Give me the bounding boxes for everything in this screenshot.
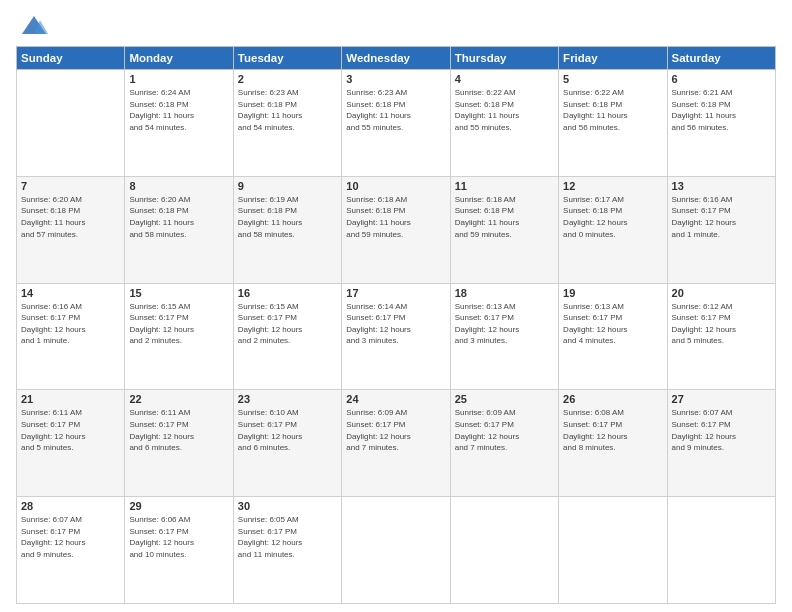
calendar-cell: 27Sunrise: 6:07 AM Sunset: 6:17 PM Dayli… <box>667 390 775 497</box>
day-info: Sunrise: 6:18 AM Sunset: 6:18 PM Dayligh… <box>455 194 554 240</box>
calendar-cell: 3Sunrise: 6:23 AM Sunset: 6:18 PM Daylig… <box>342 70 450 177</box>
calendar-cell: 17Sunrise: 6:14 AM Sunset: 6:17 PM Dayli… <box>342 283 450 390</box>
calendar-week-row: 1Sunrise: 6:24 AM Sunset: 6:18 PM Daylig… <box>17 70 776 177</box>
calendar-cell: 2Sunrise: 6:23 AM Sunset: 6:18 PM Daylig… <box>233 70 341 177</box>
calendar-cell: 15Sunrise: 6:15 AM Sunset: 6:17 PM Dayli… <box>125 283 233 390</box>
day-number: 21 <box>21 393 120 405</box>
weekday-header: Thursday <box>450 47 558 70</box>
day-info: Sunrise: 6:16 AM Sunset: 6:17 PM Dayligh… <box>672 194 771 240</box>
calendar-week-row: 14Sunrise: 6:16 AM Sunset: 6:17 PM Dayli… <box>17 283 776 390</box>
day-info: Sunrise: 6:14 AM Sunset: 6:17 PM Dayligh… <box>346 301 445 347</box>
day-info: Sunrise: 6:05 AM Sunset: 6:17 PM Dayligh… <box>238 514 337 560</box>
calendar-cell: 9Sunrise: 6:19 AM Sunset: 6:18 PM Daylig… <box>233 176 341 283</box>
day-number: 1 <box>129 73 228 85</box>
weekday-header: Sunday <box>17 47 125 70</box>
calendar-cell: 30Sunrise: 6:05 AM Sunset: 6:17 PM Dayli… <box>233 497 341 604</box>
logo <box>16 12 48 40</box>
day-number: 7 <box>21 180 120 192</box>
day-info: Sunrise: 6:13 AM Sunset: 6:17 PM Dayligh… <box>455 301 554 347</box>
weekday-header: Tuesday <box>233 47 341 70</box>
day-number: 10 <box>346 180 445 192</box>
weekday-header: Saturday <box>667 47 775 70</box>
weekday-header: Monday <box>125 47 233 70</box>
day-number: 20 <box>672 287 771 299</box>
day-info: Sunrise: 6:23 AM Sunset: 6:18 PM Dayligh… <box>346 87 445 133</box>
calendar-cell: 1Sunrise: 6:24 AM Sunset: 6:18 PM Daylig… <box>125 70 233 177</box>
day-info: Sunrise: 6:07 AM Sunset: 6:17 PM Dayligh… <box>21 514 120 560</box>
calendar-cell: 29Sunrise: 6:06 AM Sunset: 6:17 PM Dayli… <box>125 497 233 604</box>
day-number: 24 <box>346 393 445 405</box>
day-info: Sunrise: 6:13 AM Sunset: 6:17 PM Dayligh… <box>563 301 662 347</box>
day-info: Sunrise: 6:18 AM Sunset: 6:18 PM Dayligh… <box>346 194 445 240</box>
calendar-cell: 22Sunrise: 6:11 AM Sunset: 6:17 PM Dayli… <box>125 390 233 497</box>
calendar-cell: 26Sunrise: 6:08 AM Sunset: 6:17 PM Dayli… <box>559 390 667 497</box>
calendar-week-row: 7Sunrise: 6:20 AM Sunset: 6:18 PM Daylig… <box>17 176 776 283</box>
day-number: 6 <box>672 73 771 85</box>
day-number: 16 <box>238 287 337 299</box>
header <box>16 12 776 40</box>
day-info: Sunrise: 6:06 AM Sunset: 6:17 PM Dayligh… <box>129 514 228 560</box>
day-number: 8 <box>129 180 228 192</box>
day-number: 23 <box>238 393 337 405</box>
day-info: Sunrise: 6:11 AM Sunset: 6:17 PM Dayligh… <box>129 407 228 453</box>
day-info: Sunrise: 6:11 AM Sunset: 6:17 PM Dayligh… <box>21 407 120 453</box>
day-info: Sunrise: 6:09 AM Sunset: 6:17 PM Dayligh… <box>346 407 445 453</box>
calendar-cell: 21Sunrise: 6:11 AM Sunset: 6:17 PM Dayli… <box>17 390 125 497</box>
calendar-cell: 10Sunrise: 6:18 AM Sunset: 6:18 PM Dayli… <box>342 176 450 283</box>
calendar-cell <box>667 497 775 604</box>
day-info: Sunrise: 6:07 AM Sunset: 6:17 PM Dayligh… <box>672 407 771 453</box>
day-number: 26 <box>563 393 662 405</box>
calendar-cell: 13Sunrise: 6:16 AM Sunset: 6:17 PM Dayli… <box>667 176 775 283</box>
calendar-cell: 19Sunrise: 6:13 AM Sunset: 6:17 PM Dayli… <box>559 283 667 390</box>
day-number: 2 <box>238 73 337 85</box>
day-number: 9 <box>238 180 337 192</box>
day-number: 27 <box>672 393 771 405</box>
day-number: 4 <box>455 73 554 85</box>
calendar-cell: 16Sunrise: 6:15 AM Sunset: 6:17 PM Dayli… <box>233 283 341 390</box>
calendar-cell: 5Sunrise: 6:22 AM Sunset: 6:18 PM Daylig… <box>559 70 667 177</box>
day-info: Sunrise: 6:10 AM Sunset: 6:17 PM Dayligh… <box>238 407 337 453</box>
logo-icon <box>20 12 48 40</box>
calendar-cell: 11Sunrise: 6:18 AM Sunset: 6:18 PM Dayli… <box>450 176 558 283</box>
day-number: 22 <box>129 393 228 405</box>
day-info: Sunrise: 6:20 AM Sunset: 6:18 PM Dayligh… <box>21 194 120 240</box>
day-info: Sunrise: 6:16 AM Sunset: 6:17 PM Dayligh… <box>21 301 120 347</box>
calendar-cell: 6Sunrise: 6:21 AM Sunset: 6:18 PM Daylig… <box>667 70 775 177</box>
calendar-cell: 12Sunrise: 6:17 AM Sunset: 6:18 PM Dayli… <box>559 176 667 283</box>
calendar-cell: 25Sunrise: 6:09 AM Sunset: 6:17 PM Dayli… <box>450 390 558 497</box>
day-number: 25 <box>455 393 554 405</box>
day-number: 19 <box>563 287 662 299</box>
day-number: 12 <box>563 180 662 192</box>
calendar-cell <box>559 497 667 604</box>
weekday-header: Wednesday <box>342 47 450 70</box>
calendar-cell: 24Sunrise: 6:09 AM Sunset: 6:17 PM Dayli… <box>342 390 450 497</box>
day-info: Sunrise: 6:17 AM Sunset: 6:18 PM Dayligh… <box>563 194 662 240</box>
day-info: Sunrise: 6:19 AM Sunset: 6:18 PM Dayligh… <box>238 194 337 240</box>
day-info: Sunrise: 6:12 AM Sunset: 6:17 PM Dayligh… <box>672 301 771 347</box>
page: SundayMondayTuesdayWednesdayThursdayFrid… <box>0 0 792 612</box>
day-number: 28 <box>21 500 120 512</box>
day-info: Sunrise: 6:15 AM Sunset: 6:17 PM Dayligh… <box>238 301 337 347</box>
day-info: Sunrise: 6:21 AM Sunset: 6:18 PM Dayligh… <box>672 87 771 133</box>
day-number: 17 <box>346 287 445 299</box>
calendar-cell <box>17 70 125 177</box>
day-info: Sunrise: 6:22 AM Sunset: 6:18 PM Dayligh… <box>563 87 662 133</box>
calendar-cell <box>342 497 450 604</box>
calendar-cell: 14Sunrise: 6:16 AM Sunset: 6:17 PM Dayli… <box>17 283 125 390</box>
calendar-cell: 20Sunrise: 6:12 AM Sunset: 6:17 PM Dayli… <box>667 283 775 390</box>
day-number: 18 <box>455 287 554 299</box>
day-info: Sunrise: 6:22 AM Sunset: 6:18 PM Dayligh… <box>455 87 554 133</box>
day-number: 30 <box>238 500 337 512</box>
calendar-cell: 7Sunrise: 6:20 AM Sunset: 6:18 PM Daylig… <box>17 176 125 283</box>
day-number: 29 <box>129 500 228 512</box>
day-number: 14 <box>21 287 120 299</box>
day-number: 11 <box>455 180 554 192</box>
calendar-table: SundayMondayTuesdayWednesdayThursdayFrid… <box>16 46 776 604</box>
calendar-cell <box>450 497 558 604</box>
day-number: 3 <box>346 73 445 85</box>
day-info: Sunrise: 6:08 AM Sunset: 6:17 PM Dayligh… <box>563 407 662 453</box>
day-info: Sunrise: 6:09 AM Sunset: 6:17 PM Dayligh… <box>455 407 554 453</box>
day-info: Sunrise: 6:20 AM Sunset: 6:18 PM Dayligh… <box>129 194 228 240</box>
day-info: Sunrise: 6:24 AM Sunset: 6:18 PM Dayligh… <box>129 87 228 133</box>
calendar-cell: 4Sunrise: 6:22 AM Sunset: 6:18 PM Daylig… <box>450 70 558 177</box>
